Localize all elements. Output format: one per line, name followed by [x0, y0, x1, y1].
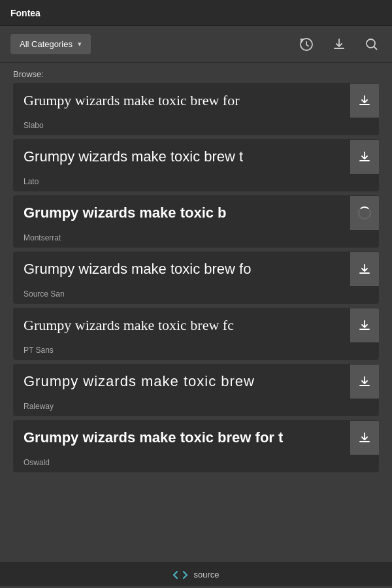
font-preview-row: Grumpy wizards make toxic brew fc [13, 308, 379, 343]
search-button[interactable] [362, 35, 382, 54]
download-button-lato[interactable] [350, 140, 379, 174]
category-label: All Categories [20, 39, 73, 49]
download-button-oswald[interactable] [350, 421, 379, 455]
font-list[interactable]: Grumpy wizards make toxic brew for Slabo… [0, 83, 392, 563]
download-button-pt-sans[interactable] [350, 308, 379, 342]
font-preview-row: Grumpy wizards make toxic brew for t [13, 420, 379, 455]
download-icon [358, 94, 371, 107]
download-icon [358, 431, 371, 444]
font-preview-text-lato: Grumpy wizards make toxic brew t [13, 139, 350, 174]
font-name-label-montserrat: Montserrat [13, 231, 379, 248]
font-preview-text-montserrat: Grumpy wizards make toxic b [13, 195, 350, 231]
search-icon [365, 37, 379, 52]
font-preview-row: Grumpy wizards make toxic b [13, 195, 379, 231]
source-logo-icon [172, 570, 188, 580]
title-bar: Fontea [0, 0, 392, 26]
browse-label: Browse: [0, 63, 392, 83]
download-icon [358, 375, 371, 388]
font-item-slabo: Grumpy wizards make toxic brew for Slabo [13, 83, 379, 135]
font-preview-text-pt-sans: Grumpy wizards make toxic brew fc [13, 308, 350, 343]
category-dropdown[interactable]: All Categories ▾ [10, 34, 91, 54]
font-item-raleway: Grumpy wizards make toxic brew Raleway [13, 364, 379, 416]
font-preview-text-oswald: Grumpy wizards make toxic brew for t [13, 420, 350, 455]
font-preview-row: Grumpy wizards make toxic brew t [13, 139, 379, 174]
download-icon [358, 319, 371, 332]
toolbar-icons [297, 35, 382, 54]
download-icon [358, 150, 371, 163]
font-name-label-raleway: Raleway [13, 399, 379, 416]
download-icon [358, 263, 371, 276]
loading-indicator-montserrat[interactable] [350, 196, 379, 230]
download-all-icon [332, 37, 346, 52]
font-preview-row: Grumpy wizards make toxic brew fo [13, 252, 379, 287]
font-name-label-oswald: Oswald [13, 455, 379, 472]
toolbar: All Categories ▾ [0, 26, 392, 63]
history-button[interactable] [297, 35, 316, 54]
download-button-source-san[interactable] [350, 252, 379, 286]
font-name-label-source-san: Source San [13, 287, 379, 304]
download-button-raleway[interactable] [350, 365, 379, 399]
chevron-down-icon: ▾ [78, 40, 82, 48]
app-title: Fontea [10, 8, 41, 18]
font-preview-row: Grumpy wizards make toxic brew for [13, 83, 379, 118]
spinner-icon [358, 206, 371, 220]
footer: source [0, 563, 392, 586]
history-icon [299, 37, 314, 52]
font-name-label-slabo: Slabo [13, 118, 379, 135]
footer-source-text: source [193, 570, 219, 580]
font-name-label-pt-sans: PT Sans [13, 343, 379, 360]
font-item-oswald: Grumpy wizards make toxic brew for t Osw… [13, 420, 379, 472]
font-preview-text-slabo: Grumpy wizards make toxic brew for [13, 83, 350, 118]
font-name-label-lato: Lato [13, 174, 379, 191]
font-item-montserrat: Grumpy wizards make toxic bMontserrat [13, 195, 379, 248]
font-item-lato: Grumpy wizards make toxic brew t Lato [13, 139, 379, 191]
font-item-pt-sans: Grumpy wizards make toxic brew fc PT San… [13, 308, 379, 360]
font-item-source-san: Grumpy wizards make toxic brew fo Source… [13, 252, 379, 304]
font-preview-row: Grumpy wizards make toxic brew [13, 364, 379, 399]
font-preview-text-raleway: Grumpy wizards make toxic brew [13, 364, 350, 399]
download-button-slabo[interactable] [350, 84, 379, 118]
font-preview-text-source-san: Grumpy wizards make toxic brew fo [13, 252, 350, 287]
download-all-button[interactable] [329, 35, 349, 54]
